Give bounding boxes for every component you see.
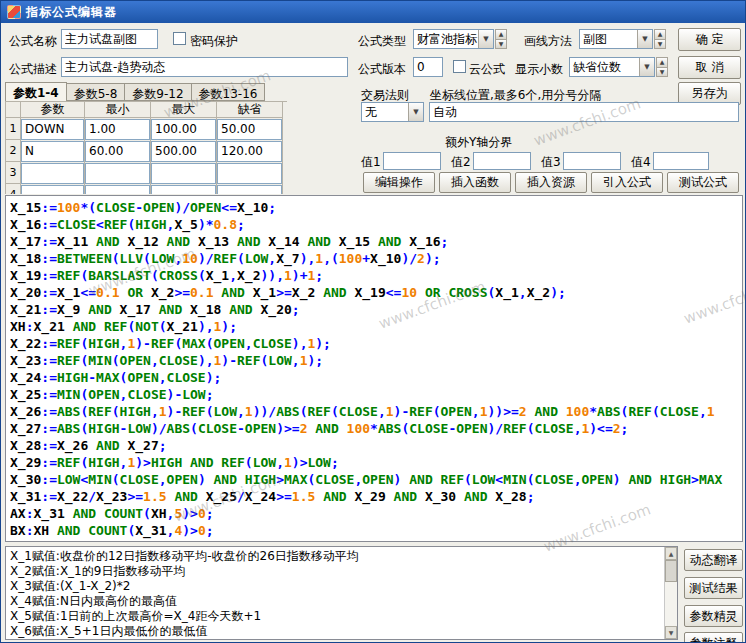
code-line: BX:XH AND COUNT(X_31,4)>0;	[10, 522, 738, 539]
param-max-input[interactable]	[151, 141, 216, 162]
chevron-up-icon[interactable]: ▲	[654, 29, 666, 40]
formula-version-input[interactable]	[413, 57, 443, 77]
param-min-input[interactable]	[85, 185, 150, 195]
formula-name-label: 公式名称	[9, 34, 57, 48]
col-header-param: 参数	[21, 102, 85, 118]
chevron-down-icon[interactable]: ▼	[408, 103, 423, 121]
translation-scrollbar[interactable]: ▲ ▼	[664, 547, 677, 639]
y-value-2-label: 值2	[451, 155, 471, 169]
param-max-input[interactable]	[151, 185, 216, 195]
chevron-down-icon[interactable]: ▼	[478, 30, 493, 48]
y-value-3-input[interactable]	[563, 152, 621, 170]
param-wizard-button[interactable]: 参数精灵	[684, 605, 743, 627]
col-header-default: 缺省	[217, 102, 283, 118]
param-default-input[interactable]	[217, 119, 282, 140]
chevron-down-icon[interactable]: ▼	[639, 58, 654, 76]
y-value-4-input[interactable]	[653, 152, 709, 170]
draw-method-spinner[interactable]: ▲ ▼	[654, 29, 666, 49]
param-name-input[interactable]	[21, 185, 84, 195]
draw-method-combo[interactable]: 副图 ▼	[579, 29, 653, 49]
param-name-input[interactable]	[21, 163, 84, 184]
chevron-down-icon[interactable]: ▼	[654, 40, 666, 50]
formula-type-combo[interactable]: 财富池指标 ▼	[413, 29, 494, 49]
coord-position-input[interactable]	[429, 102, 739, 122]
code-line: X_22:=REF(HIGH,1)-REF(MAX(OPEN,CLOSE),1)…	[10, 335, 738, 352]
formula-desc-label: 公式描述	[9, 62, 57, 76]
translation-line: X_3赋值:(X_1-X_2)*2	[10, 579, 660, 594]
chevron-down-icon[interactable]: ▼	[637, 30, 652, 48]
decimal-spinner[interactable]: ▲ ▼	[656, 57, 668, 77]
param-row-2: 2	[6, 140, 287, 162]
param-min-input[interactable]	[85, 163, 150, 184]
decimal-combo[interactable]: 缺省位数 ▼	[569, 57, 655, 77]
chevron-up-icon[interactable]: ▲	[656, 57, 668, 68]
y-value-1-input[interactable]	[383, 152, 441, 170]
scrollbar-thumb[interactable]	[665, 560, 677, 582]
param-default-input[interactable]	[217, 141, 282, 162]
param-min-input[interactable]	[85, 119, 150, 140]
translation-line: X_4赋值:N日内最高价的最高值	[10, 594, 660, 609]
chevron-down-icon[interactable]: ▼	[495, 40, 507, 50]
row-number: 3	[6, 162, 21, 184]
test-result-button[interactable]: 测试结果	[684, 577, 743, 599]
translation-line: X_5赋值:1日前的上次最高价=X_4距今天数+1	[10, 609, 660, 624]
param-max-input[interactable]	[151, 119, 216, 140]
trade-rule-value: 无	[362, 104, 408, 121]
param-tabs: 参数1-4 参数5-8 参数9-12 参数13-16	[5, 82, 265, 101]
coord-hint-label: 坐标线位置,最多6个,用分号分隔	[430, 88, 601, 102]
code-editor[interactable]: X_15:=100*(CLOSE-OPEN)/OPEN<=X_10;X_16:=…	[5, 195, 743, 542]
tab-params-5-8[interactable]: 参数5-8	[67, 83, 126, 101]
code-line: X_17:=X_11 AND X_12 AND X_13 AND X_14 AN…	[10, 233, 738, 250]
scroll-down-icon[interactable]: ▼	[665, 626, 677, 639]
translation-text: X_1赋值:收盘价的12日指数移动平均-收盘价的26日指数移动平均 X_2赋值:…	[6, 547, 664, 639]
code-line: X_30:=LOW<MIN(CLOSE,OPEN) AND HIGH>MAX(C…	[10, 471, 738, 488]
param-max-input[interactable]	[151, 163, 216, 184]
code-line: XH:X_21 AND REF(NOT(X_21),1);	[10, 318, 738, 335]
formula-type-spinner[interactable]: ▲ ▼	[495, 29, 507, 49]
code-line: X_24:=HIGH-MAX(OPEN,CLOSE);	[10, 369, 738, 386]
y-value-2-input[interactable]	[473, 152, 531, 170]
tab-params-13-16[interactable]: 参数13-16	[192, 83, 266, 101]
param-row-1: 1	[6, 118, 287, 140]
tab-params-1-4[interactable]: 参数1-4	[5, 82, 67, 101]
cloud-formula-label: 云公式	[469, 62, 505, 76]
table-corner	[6, 102, 21, 118]
trade-rule-combo[interactable]: 无 ▼	[361, 102, 424, 122]
param-min-input[interactable]	[85, 141, 150, 162]
formula-editor-window: 指标公式编辑器 公式名称 密码保护 公式类型 财富池指标 ▼ ▲ ▼ 画线方法 …	[0, 0, 746, 643]
chevron-up-icon[interactable]: ▲	[495, 29, 507, 40]
titlebar: 指标公式编辑器	[1, 1, 745, 23]
param-default-input[interactable]	[217, 163, 282, 184]
param-table: 参数 最小 最大 缺省 1 2 3 4	[5, 101, 287, 194]
col-header-max: 最大	[151, 102, 217, 118]
code-line: AX:X_31 AND COUNT(XH,5)>0;	[10, 505, 738, 522]
import-formula-button[interactable]: 引入公式	[591, 172, 663, 193]
row-number: 4	[6, 184, 21, 194]
param-name-input[interactable]	[21, 141, 84, 162]
param-row-4: 4	[6, 184, 287, 194]
param-name-input[interactable]	[21, 119, 84, 140]
cancel-button[interactable]: 取 消	[678, 56, 741, 79]
formula-desc-input[interactable]	[61, 57, 348, 77]
y-value-4-label: 值4	[631, 155, 651, 169]
password-checkbox[interactable]	[173, 32, 186, 45]
y-value-1-label: 值1	[361, 155, 381, 169]
edit-operation-button[interactable]: 编辑操作	[363, 172, 435, 193]
test-formula-button[interactable]: 测试公式	[667, 172, 739, 193]
cloud-formula-checkbox[interactable]	[453, 60, 466, 73]
code-line: X_29:=REF(HIGH,1)>HIGH AND REF(LOW,1)>LO…	[10, 454, 738, 471]
draw-method-label: 画线方法	[524, 34, 572, 48]
password-label: 密码保护	[190, 34, 238, 48]
param-comment-button[interactable]: 参数注释	[684, 632, 743, 643]
scroll-up-icon[interactable]: ▲	[665, 547, 677, 560]
tab-params-9-12[interactable]: 参数9-12	[125, 83, 191, 101]
code-line: X_20:=X_1<=0.1 OR X_2>=0.1 AND X_1>=X_2 …	[10, 284, 738, 301]
insert-resource-button[interactable]: 插入资源	[515, 172, 587, 193]
translation-line: X_6赋值:X_5+1日内最低价的最低值	[10, 624, 660, 639]
param-default-input[interactable]	[217, 185, 282, 195]
formula-name-input[interactable]	[61, 29, 158, 49]
dynamic-translate-button[interactable]: 动态翻译	[684, 549, 743, 571]
ok-button[interactable]: 确 定	[678, 28, 741, 51]
chevron-down-icon[interactable]: ▼	[656, 68, 668, 78]
insert-function-button[interactable]: 插入函数	[439, 172, 511, 193]
